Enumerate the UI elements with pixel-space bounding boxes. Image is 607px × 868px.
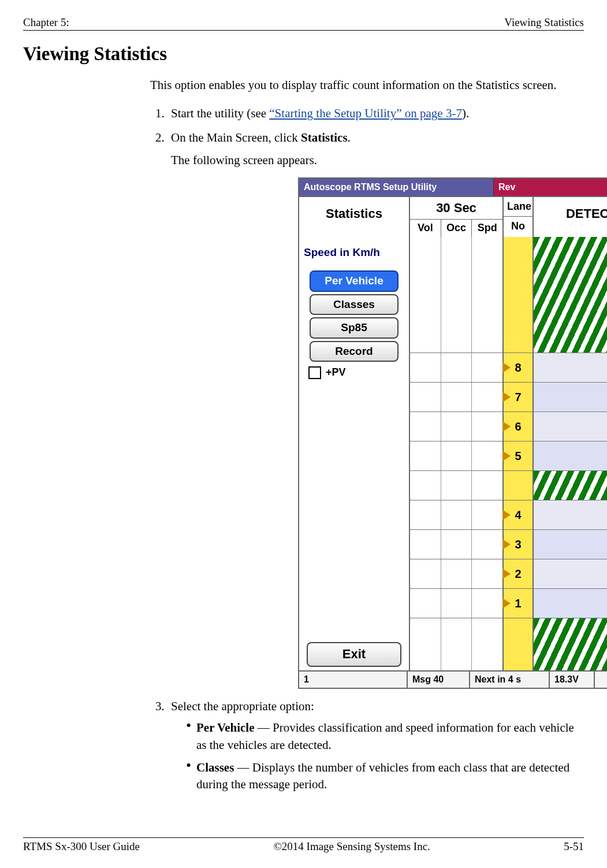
- bullet-per-vehicle: Per Vehicle — Provides classification an…: [186, 719, 584, 754]
- data-grid: [410, 237, 504, 670]
- lane-cell: 7: [504, 383, 532, 412]
- lane-marker-icon: [502, 362, 511, 373]
- classes-button[interactable]: Classes: [310, 294, 399, 316]
- step-2-sub: The following screen appears.: [171, 152, 584, 169]
- header-spd: Spd: [472, 220, 502, 236]
- bullet-classes: Classes — Displays the number of vehicle…: [186, 759, 584, 793]
- titlebar: Autoscope RTMS Setup Utility Rev _ □ ×: [299, 179, 607, 196]
- page-header: Chapter 5: Viewing Statistics: [23, 16, 584, 31]
- lane-cell: [504, 237, 532, 353]
- section-title: Viewing Statistics: [23, 43, 584, 65]
- steps-list: Start the utility (see “Starting the Set…: [150, 105, 584, 793]
- step-2: On the Main Screen, click Statistics. Th…: [167, 129, 584, 689]
- map-cell: [534, 383, 607, 412]
- header-lane: Lane: [504, 197, 532, 216]
- page-footer: RTMS Sx-300 User Guide ©2014 Image Sensi…: [23, 837, 584, 853]
- lane-cell: 3: [504, 530, 532, 559]
- map-cell: [534, 530, 607, 559]
- header-left: Chapter 5:: [23, 16, 69, 29]
- status-id: 1: [299, 672, 408, 688]
- titlebar-rev: Rev: [494, 179, 607, 196]
- lane-marker-icon: [502, 539, 511, 550]
- left-panel: Speed in Km/h Per Vehicle Classes Sp85 R…: [299, 237, 410, 670]
- lane-cell: 4: [504, 500, 532, 530]
- step-3: Select the appropriate option: Per Vehic…: [167, 698, 584, 793]
- lane-cell: 6: [504, 412, 532, 442]
- lane-marker-icon: [502, 510, 511, 520]
- intro-paragraph: This option enables you to display traff…: [150, 77, 584, 93]
- pv-checkbox-row[interactable]: +PV: [308, 365, 400, 380]
- lane-cell: 2: [504, 559, 532, 589]
- speed-label: Speed in Km/h: [304, 245, 404, 261]
- lane-cell: [504, 618, 532, 670]
- app-window: Autoscope RTMS Setup Utility Rev _ □ × S…: [298, 177, 607, 689]
- header-right: Viewing Statistics: [504, 16, 584, 29]
- footer-left: RTMS Sx-300 User Guide: [23, 840, 140, 853]
- status-next: Next in 4 s: [470, 672, 550, 688]
- xref-starting-setup-utility[interactable]: “Starting the Setup Utility” on page 3-7: [269, 106, 462, 120]
- lane-marker-icon: [502, 421, 511, 432]
- pv-label: +PV: [326, 365, 346, 380]
- pv-checkbox[interactable]: [308, 366, 321, 379]
- status-mode: DEMO MODE: [595, 672, 607, 688]
- detection-map: [534, 237, 607, 670]
- titlebar-title: Autoscope RTMS Setup Utility: [299, 179, 494, 196]
- sp85-button[interactable]: Sp85: [310, 317, 399, 339]
- lane-cell: [504, 471, 532, 500]
- lane-marker-icon: [502, 451, 511, 461]
- lane-cell: 8: [504, 353, 532, 383]
- lane-cell: 5: [504, 442, 532, 471]
- map-cell: [534, 353, 607, 383]
- map-cell: [534, 237, 607, 353]
- map-cell: [534, 412, 607, 442]
- header-statistics: Statistics: [299, 197, 409, 231]
- header-period: 30 Sec: [410, 197, 502, 220]
- map-cell: [534, 442, 607, 471]
- header-detection-map: DETECTION MAP: [534, 197, 607, 231]
- map-cell: [534, 471, 607, 500]
- lane-marker-icon: [502, 392, 511, 402]
- map-cell: [534, 618, 607, 670]
- map-cell: [534, 589, 607, 618]
- map-cell: [534, 500, 607, 530]
- step-1: Start the utility (see “Starting the Set…: [167, 105, 584, 122]
- grid-header: Statistics 30 Sec Vol Occ Spd Lane No: [299, 196, 607, 237]
- footer-right: 5-51: [564, 840, 584, 853]
- header-no: No: [504, 216, 532, 236]
- status-msg: Msg 40: [408, 672, 470, 688]
- map-cell: [534, 559, 607, 589]
- lane-marker-icon: [502, 569, 511, 579]
- record-button[interactable]: Record: [310, 341, 399, 362]
- status-voltage: 18.3V: [550, 672, 595, 688]
- lane-column: 8 7 6 5 4 3 2 1: [504, 237, 534, 670]
- header-vol: Vol: [410, 220, 441, 236]
- header-occ: Occ: [441, 220, 472, 236]
- footer-center: ©2014 Image Sensing Systems Inc.: [273, 840, 430, 853]
- lane-marker-icon: [502, 598, 511, 609]
- lane-cell: 1: [504, 589, 532, 618]
- status-bar: 1 Msg 40 Next in 4 s 18.3V DEMO MODE: [299, 670, 607, 688]
- per-vehicle-button[interactable]: Per Vehicle: [310, 270, 399, 292]
- exit-button[interactable]: Exit: [307, 642, 401, 667]
